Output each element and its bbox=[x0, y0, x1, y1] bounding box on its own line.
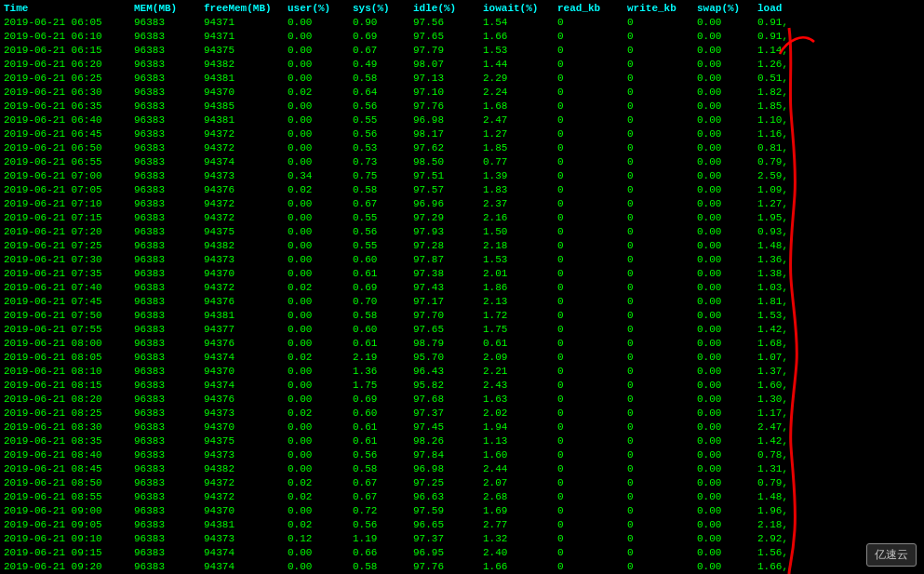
cell-mem: 96383 bbox=[134, 281, 204, 295]
cell-load: 1.42, bbox=[757, 434, 813, 448]
table-row: 2019-06-21 06:3096383943700.020.6497.102… bbox=[4, 86, 920, 100]
cell-load: 1.27, bbox=[757, 197, 813, 211]
cell-iowait: 2.01 bbox=[483, 267, 557, 281]
cell-sys: 0.67 bbox=[353, 476, 413, 490]
cell-idle: 97.25 bbox=[413, 476, 483, 490]
cell-mem: 96383 bbox=[134, 30, 204, 44]
cell-idle: 98.50 bbox=[413, 155, 483, 169]
cell-swap: 0.00 bbox=[697, 281, 757, 295]
cell-mem: 96383 bbox=[134, 448, 204, 462]
table-row: 2019-06-21 08:5596383943720.020.6796.632… bbox=[4, 490, 920, 504]
cell-sys: 1.36 bbox=[353, 365, 413, 379]
cell-sys: 0.66 bbox=[353, 546, 413, 560]
cell-writekb: 0 bbox=[627, 253, 697, 267]
cell-time: 2019-06-21 08:55 bbox=[4, 490, 134, 504]
cell-iowait: 2.43 bbox=[483, 379, 557, 393]
cell-user: 0.00 bbox=[288, 337, 353, 351]
col-header-user: user(%) bbox=[288, 2, 353, 16]
cell-swap: 0.00 bbox=[697, 253, 757, 267]
cell-writekb: 0 bbox=[627, 127, 697, 141]
cell-writekb: 0 bbox=[627, 183, 697, 197]
cell-iowait: 1.32 bbox=[483, 532, 557, 546]
cell-mem: 96383 bbox=[134, 323, 204, 337]
cell-readkb: 0 bbox=[557, 560, 627, 574]
table-row: 2019-06-21 07:2596383943820.000.5597.282… bbox=[4, 239, 920, 253]
cell-load: 1.95, bbox=[757, 211, 813, 225]
cell-time: 2019-06-21 07:55 bbox=[4, 323, 134, 337]
cell-readkb: 0 bbox=[557, 16, 627, 30]
cell-iowait: 2.37 bbox=[483, 197, 557, 211]
cell-iowait: 1.54 bbox=[483, 16, 557, 30]
cell-sys: 2.19 bbox=[353, 351, 413, 365]
cell-sys: 0.55 bbox=[353, 239, 413, 253]
cell-swap: 0.00 bbox=[697, 434, 757, 448]
cell-user: 0.02 bbox=[288, 518, 353, 532]
cell-writekb: 0 bbox=[627, 141, 697, 155]
cell-time: 2019-06-21 06:35 bbox=[4, 100, 134, 113]
cell-sys: 0.69 bbox=[353, 393, 413, 407]
cell-time: 2019-06-21 07:05 bbox=[4, 183, 134, 197]
cell-sys: 0.67 bbox=[353, 44, 413, 58]
watermark: 亿速云 bbox=[866, 543, 917, 567]
cell-iowait: 1.72 bbox=[483, 309, 557, 323]
cell-readkb: 0 bbox=[557, 211, 627, 225]
cell-time: 2019-06-21 08:20 bbox=[4, 393, 134, 407]
cell-freemem: 94381 bbox=[204, 72, 288, 86]
cell-idle: 97.87 bbox=[413, 253, 483, 267]
cell-swap: 0.00 bbox=[697, 448, 757, 462]
cell-load: 1.14, bbox=[757, 44, 813, 58]
cell-swap: 0.00 bbox=[697, 393, 757, 407]
cell-user: 0.00 bbox=[288, 267, 353, 281]
col-header-swap: swap(%) bbox=[697, 2, 757, 16]
cell-freemem: 94373 bbox=[204, 532, 288, 546]
cell-readkb: 0 bbox=[557, 239, 627, 253]
cell-user: 0.00 bbox=[288, 30, 353, 44]
cell-freemem: 94371 bbox=[204, 16, 288, 30]
cell-load: 1.31, bbox=[757, 462, 813, 476]
cell-mem: 96383 bbox=[134, 337, 204, 351]
cell-time: 2019-06-21 06:15 bbox=[4, 44, 134, 58]
cell-readkb: 0 bbox=[557, 141, 627, 155]
table-row: 2019-06-21 09:0096383943700.000.7297.591… bbox=[4, 504, 920, 518]
cell-mem: 96383 bbox=[134, 462, 204, 476]
cell-writekb: 0 bbox=[627, 504, 697, 518]
cell-mem: 96383 bbox=[134, 351, 204, 365]
cell-writekb: 0 bbox=[627, 323, 697, 337]
cell-writekb: 0 bbox=[627, 72, 697, 86]
cell-user: 0.00 bbox=[288, 155, 353, 169]
cell-sys: 0.72 bbox=[353, 504, 413, 518]
cell-swap: 0.00 bbox=[697, 113, 757, 127]
cell-user: 0.00 bbox=[288, 295, 353, 309]
cell-user: 0.00 bbox=[288, 58, 353, 72]
cell-readkb: 0 bbox=[557, 546, 627, 560]
cell-writekb: 0 bbox=[627, 169, 697, 183]
cell-mem: 96383 bbox=[134, 44, 204, 58]
cell-sys: 1.75 bbox=[353, 379, 413, 393]
cell-time: 2019-06-21 07:10 bbox=[4, 197, 134, 211]
cell-freemem: 94381 bbox=[204, 309, 288, 323]
cell-mem: 96383 bbox=[134, 420, 204, 434]
cell-load: 1.68, bbox=[757, 337, 813, 351]
table-header: TimeMEM(MB)freeMem(MB)user(%)sys(%)idle(… bbox=[4, 2, 920, 16]
cell-user: 0.00 bbox=[288, 141, 353, 155]
cell-freemem: 94381 bbox=[204, 113, 288, 127]
cell-writekb: 0 bbox=[627, 490, 697, 504]
table-row: 2019-06-21 07:5596383943770.000.6097.651… bbox=[4, 323, 920, 337]
table-row: 2019-06-21 07:1596383943720.000.5597.292… bbox=[4, 211, 920, 225]
cell-idle: 97.43 bbox=[413, 281, 483, 295]
cell-load: 1.48, bbox=[757, 490, 813, 504]
table-row: 2019-06-21 09:2096383943740.000.5897.761… bbox=[4, 560, 920, 574]
cell-sys: 0.67 bbox=[353, 197, 413, 211]
cell-iowait: 1.44 bbox=[483, 58, 557, 72]
cell-readkb: 0 bbox=[557, 169, 627, 183]
cell-sys: 1.19 bbox=[353, 532, 413, 546]
cell-idle: 97.45 bbox=[413, 420, 483, 434]
cell-writekb: 0 bbox=[627, 267, 697, 281]
cell-writekb: 0 bbox=[627, 16, 697, 30]
cell-readkb: 0 bbox=[557, 281, 627, 295]
table-row: 2019-06-21 07:0596383943760.020.5897.571… bbox=[4, 183, 920, 197]
table-row: 2019-06-21 09:1096383943730.121.1997.371… bbox=[4, 532, 920, 546]
table-row: 2019-06-21 07:3096383943730.000.6097.871… bbox=[4, 253, 920, 267]
cell-readkb: 0 bbox=[557, 407, 627, 420]
cell-sys: 0.90 bbox=[353, 16, 413, 30]
